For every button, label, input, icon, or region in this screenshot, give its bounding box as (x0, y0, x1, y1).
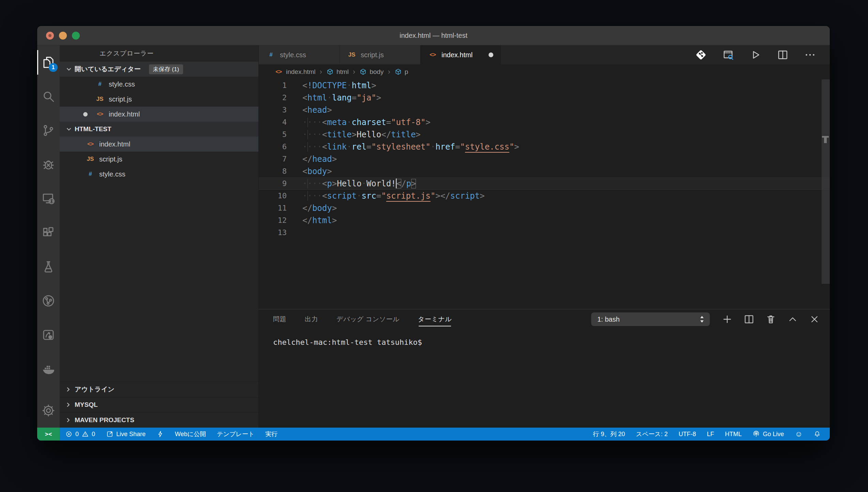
warning-icon (81, 430, 89, 438)
terminal-select[interactable]: 1: bash (591, 312, 710, 326)
open-editor-style.css[interactable]: #style.css (60, 77, 258, 92)
folder-header[interactable]: HTML-TEST (60, 122, 258, 137)
panel-actions (721, 313, 820, 325)
open-editor-script.js[interactable]: JSscript.js (60, 92, 258, 107)
more-actions-icon (804, 49, 816, 61)
activity-remote-explorer[interactable] (37, 182, 60, 216)
status-notifications[interactable] (808, 428, 826, 441)
source-control-icon (41, 123, 56, 138)
code-line-13[interactable]: 13 (259, 227, 830, 239)
extensions-icon (41, 226, 56, 240)
breadcrumb-file[interactable]: <>index.html (274, 68, 316, 76)
activity-debug[interactable] (37, 148, 60, 182)
status-template[interactable]: テンプレート (211, 428, 260, 441)
activity-live-share[interactable] (37, 318, 60, 352)
status-encoding[interactable]: UTF-8 (673, 428, 701, 441)
status-publish-web[interactable]: Webに公開 (169, 428, 211, 441)
activity-project-graph[interactable] (37, 284, 60, 318)
activity-docker[interactable] (37, 352, 60, 386)
sidebar-section-MAVEN PROJECTS[interactable]: MAVEN PROJECTS (60, 412, 258, 428)
code-line-9[interactable]: 9····<p>Hello·World!</p> (259, 178, 830, 190)
breadcrumb: <>index.html› html› body› p (259, 64, 830, 79)
panel-tab-出力[interactable]: 出力 (305, 309, 318, 329)
panel-tab-問題[interactable]: 問題 (273, 309, 286, 329)
line-number: 3 (259, 104, 287, 116)
terminal-output[interactable]: chelchel-mac:html-test tatsuhiko$ (259, 329, 830, 347)
code-line-11[interactable]: 11</body> (259, 202, 830, 214)
tab-script.js[interactable]: JSscript.js (340, 45, 420, 64)
close-window-button[interactable] (46, 32, 54, 40)
status-lightning[interactable] (151, 428, 169, 441)
status-go-live[interactable]: Go Live (747, 428, 789, 441)
open-preview-button[interactable] (722, 49, 734, 61)
maximize-panel-button[interactable] (787, 313, 798, 325)
file-script.js[interactable]: JSscript.js (60, 152, 258, 167)
split-editor-button[interactable] (777, 49, 789, 61)
open-editors-header[interactable]: 開いているエディター 未保存 (1) (60, 62, 258, 77)
trash-icon (765, 313, 777, 325)
sidebar-section-MYSQL[interactable]: MYSQL (60, 397, 258, 412)
tab-style.css[interactable]: #style.css (259, 45, 340, 64)
minimize-window-button[interactable] (59, 32, 67, 40)
status-eol[interactable]: LF (701, 428, 719, 441)
new-terminal-button[interactable] (721, 313, 733, 325)
activity-settings-gear[interactable] (37, 394, 60, 428)
maximize-window-button[interactable] (72, 32, 80, 40)
status-cursor-position[interactable]: 行 9、列 20 (587, 428, 630, 441)
code-line-8[interactable]: 8<body> (259, 165, 830, 178)
activity-source-control[interactable] (37, 113, 60, 148)
more-actions-button[interactable] (804, 49, 816, 61)
activity-search[interactable] (37, 79, 60, 113)
activity-test-flask[interactable] (37, 250, 60, 284)
code-line-5[interactable]: 5····<title>Hello</title> (259, 128, 830, 141)
split-terminal-button[interactable] (743, 313, 755, 325)
code-line-3[interactable]: 3<head> (259, 104, 830, 116)
editor-scrollbar[interactable] (822, 79, 830, 284)
panel-tab-ターミナル[interactable]: ターミナル (418, 309, 452, 329)
file-name: style.css (109, 80, 135, 88)
file-style.css[interactable]: #style.css (60, 167, 258, 182)
status-feedback[interactable]: ☺ (790, 428, 808, 441)
remote-indicator[interactable]: >< (37, 428, 60, 441)
breadcrumb-html[interactable]: html (326, 68, 349, 76)
code-line-12[interactable]: 12</html> (259, 214, 830, 227)
breadcrumb-body[interactable]: body (359, 68, 384, 76)
tab-label: script.js (361, 51, 384, 59)
code-line-7[interactable]: 7</head> (259, 153, 830, 165)
code-line-1[interactable]: 1<!DOCTYPE·html> (259, 79, 830, 92)
close-panel-button[interactable] (809, 313, 820, 325)
modified-dot (79, 112, 91, 117)
line-number: 8 (259, 165, 287, 178)
breadcrumb-p[interactable]: p (394, 68, 408, 76)
status-indentation[interactable]: スペース: 2 (630, 428, 673, 441)
open-editor-index.html[interactable]: <>index.html (60, 107, 258, 122)
status-run-task[interactable]: 実行 (260, 428, 283, 441)
activity-explorer[interactable]: 1 (37, 45, 60, 79)
status-live-share[interactable]: Live Share (101, 428, 151, 441)
code-line-6[interactable]: 6····<link·rel="stylesheet"·href="style.… (259, 141, 830, 153)
css-file-icon: # (266, 51, 276, 58)
remote-explorer-icon (41, 191, 56, 206)
code-line-10[interactable]: 10····<script·src="script.js"></script> (259, 190, 830, 202)
code-line-2[interactable]: 2<html·lang="ja"> (259, 92, 830, 104)
open-editors-list: #style.css JSscript.js <>index.html (60, 77, 258, 122)
code-editor[interactable]: 1<!DOCTYPE·html> 2<html·lang="ja"> 3<hea… (259, 79, 830, 309)
status-language-mode[interactable]: HTML (719, 428, 747, 441)
git-button[interactable] (695, 49, 707, 61)
run-button[interactable] (749, 49, 762, 61)
explorer-sidebar: エクスプローラー 開いているエディター 未保存 (1) #style.css J… (60, 45, 258, 428)
chevron-up-icon (787, 313, 798, 325)
sidebar-section-アウトライン[interactable]: アウトライン (60, 382, 258, 397)
settings-gear-icon (41, 403, 56, 418)
docker-icon (41, 362, 56, 376)
activity-extensions[interactable] (37, 216, 60, 250)
traffic-lights (46, 26, 80, 45)
file-index.html[interactable]: <>index.html (60, 137, 258, 152)
problems-status[interactable]: 0 0 (60, 428, 101, 441)
panel-tab-デバッグ コンソール[interactable]: デバッグ コンソール (336, 309, 400, 329)
section-label: MAVEN PROJECTS (75, 416, 134, 424)
tab-index.html[interactable]: <>index.html (420, 45, 501, 64)
code-line-4[interactable]: 4····<meta·charset="utf-8"> (259, 116, 830, 128)
bell-icon (813, 430, 821, 438)
kill-terminal-button[interactable] (765, 313, 777, 325)
